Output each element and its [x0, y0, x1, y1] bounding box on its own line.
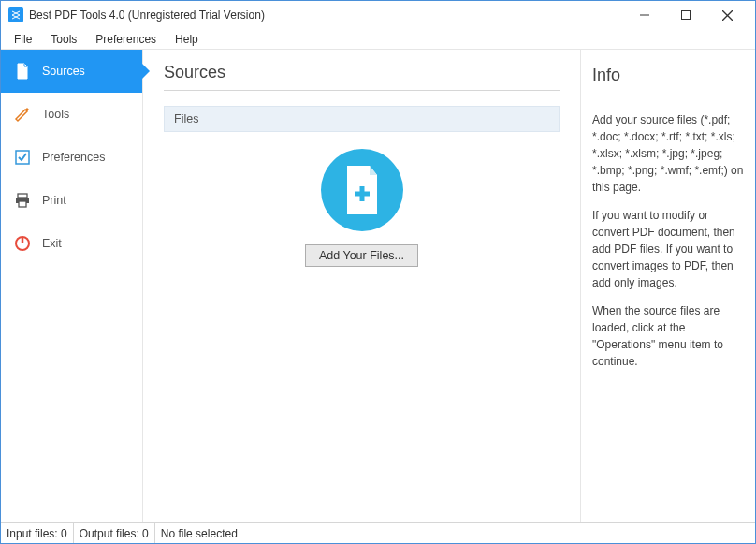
app-icon — [8, 7, 23, 22]
sources-icon — [14, 63, 31, 80]
info-paragraph: If you want to modify or convert PDF doc… — [592, 207, 744, 291]
sidebar-item-label: Exit — [42, 237, 62, 250]
info-panel: Info Add your source files (*.pdf; *.doc… — [581, 50, 755, 522]
tools-icon — [14, 106, 31, 123]
sidebar-item-preferences[interactable]: Preferences — [1, 136, 142, 179]
sidebar: Sources Tools Preferences Print Exit — [1, 50, 143, 522]
sidebar-item-tools[interactable]: Tools — [1, 93, 142, 136]
window-title: Best PDF Tools 4.0 (Unregistered Trial V… — [29, 8, 624, 22]
menubar: File Tools Preferences Help — [1, 29, 755, 50]
center-heading: Sources — [164, 63, 560, 91]
sidebar-item-label: Preferences — [42, 151, 105, 164]
menu-help[interactable]: Help — [166, 31, 208, 48]
info-paragraph: Add your source files (*.pdf; *.doc; *.d… — [592, 111, 744, 196]
menu-file[interactable]: File — [5, 31, 41, 48]
exit-icon — [14, 235, 31, 252]
sidebar-item-sources[interactable]: Sources — [1, 50, 142, 93]
status-selection: No file selected — [155, 523, 755, 543]
center-panel: Sources Files Add Your Files... — [143, 50, 581, 522]
sidebar-item-label: Sources — [42, 65, 85, 78]
main-area: Sources Tools Preferences Print Exit — [1, 50, 755, 522]
print-icon — [14, 192, 31, 209]
add-files-button[interactable]: Add Your Files... — [305, 244, 418, 267]
svg-rect-7 — [19, 201, 26, 207]
files-list-header[interactable]: Files — [164, 106, 560, 132]
preferences-icon — [14, 149, 31, 166]
close-button[interactable] — [706, 1, 748, 29]
status-input-files: Input files: 0 — [1, 523, 74, 543]
add-files-circle-icon — [321, 149, 403, 231]
info-heading: Info — [592, 63, 744, 96]
menu-tools[interactable]: Tools — [41, 31, 86, 48]
statusbar: Input files: 0 Output files: 0 No file s… — [1, 522, 755, 543]
info-paragraph: When the source files are loaded, click … — [592, 302, 744, 370]
titlebar: Best PDF Tools 4.0 (Unregistered Trial V… — [1, 1, 755, 29]
drop-area: Add Your Files... — [164, 149, 560, 267]
maximize-button[interactable] — [665, 1, 706, 29]
sidebar-item-label: Print — [42, 194, 66, 207]
menu-preferences[interactable]: Preferences — [86, 31, 166, 48]
sidebar-item-exit[interactable]: Exit — [1, 222, 142, 265]
sidebar-item-print[interactable]: Print — [1, 179, 142, 222]
minimize-button[interactable] — [624, 1, 665, 29]
status-output-files: Output files: 0 — [74, 523, 155, 543]
sidebar-item-label: Tools — [42, 108, 69, 121]
svg-rect-1 — [682, 11, 691, 20]
svg-rect-5 — [18, 194, 27, 198]
window-controls — [624, 1, 748, 29]
